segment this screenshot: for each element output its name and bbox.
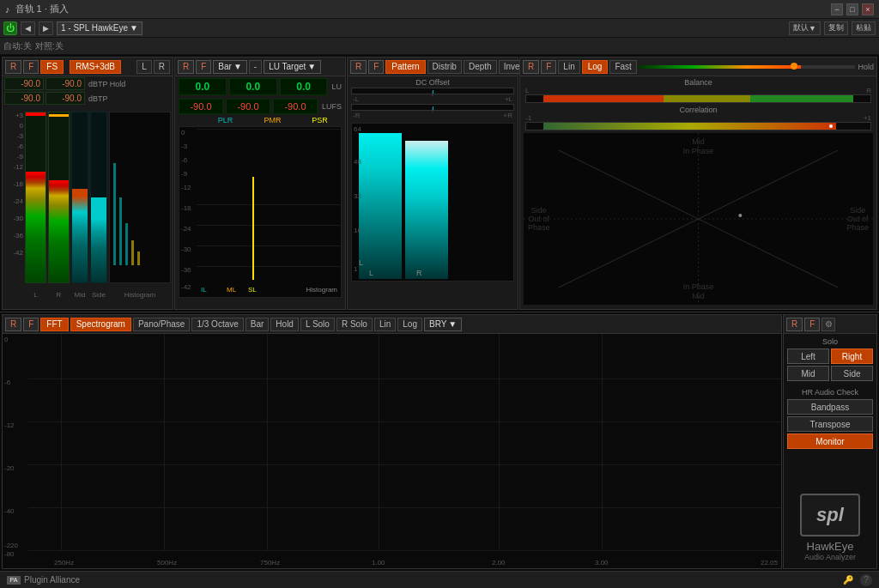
spectrogram-button[interactable]: Spectrogram [70, 318, 131, 331]
histogram-label2: Histogram [306, 286, 337, 294]
label-r: R [48, 291, 70, 299]
transpose-button[interactable]: Transpose [787, 416, 873, 432]
log-fft-button[interactable]: Log [397, 318, 422, 331]
maximize-button[interactable]: □ [846, 3, 858, 15]
lin-button[interactable]: Lin [558, 60, 579, 74]
fft-y-40: -40 [4, 507, 15, 515]
loudness-r-button[interactable]: R [178, 60, 194, 74]
hold-slider-container: Hold [639, 63, 874, 71]
solo-grid: Left Right Mid Side [787, 349, 873, 381]
label-mid: Mid [71, 291, 88, 299]
fft-f-button[interactable]: F [23, 318, 39, 331]
depth-button[interactable]: Depth [464, 60, 497, 74]
loudness-minus-button[interactable]: - [249, 60, 262, 74]
pattern-button[interactable]: Pattern [385, 60, 425, 74]
spec-bar-r [405, 141, 448, 279]
spectrum-bars: 64 48 32 16 1 L L R [351, 123, 514, 282]
hold-slider[interactable] [639, 65, 856, 69]
panel-loudness: R F Bar▼ - LU Target▼ 0.0 0.0 0.0 LU -90… [174, 57, 346, 310]
plr-label: PLR [203, 116, 247, 124]
fft-x-1: 1.00 [372, 559, 385, 567]
level-f-button[interactable]: F [23, 60, 39, 74]
level-r1-value: -90.0 [45, 77, 85, 90]
level-rms-button[interactable]: RMS+3dB [70, 60, 121, 74]
lsolo-button[interactable]: L Solo [300, 318, 335, 331]
bry-dropdown[interactable]: BRY ▼ [424, 318, 462, 331]
paste-button[interactable]: 粘贴 [852, 21, 876, 35]
fft-y-6: -6 [4, 379, 10, 386]
octave-button[interactable]: 1/3 Octave [191, 318, 243, 331]
fft-curve [28, 334, 286, 463]
pano-button[interactable]: Pano/Phase [133, 318, 191, 331]
dc-bar-r [351, 104, 514, 111]
label-histogram: Histogram [109, 291, 171, 299]
level-fs-button[interactable]: FS [40, 60, 64, 74]
loudness-mode-dropdown[interactable]: Bar▼ [213, 60, 246, 74]
meter-bars-container: +3 0 -3 -6 -9 -12 -18 -24 -30 -36 -42 [3, 106, 173, 290]
corr-panel-header: R F Lin Log Fast Hold [520, 58, 876, 76]
right-r-button[interactable]: R [786, 318, 803, 331]
fft-y-12: -12 [4, 421, 15, 429]
log-button[interactable]: Log [582, 60, 609, 74]
level-panel-header: R F FS RMS+3dB L R [3, 58, 173, 76]
loudness-f-button[interactable]: F [196, 60, 211, 74]
distrib-button[interactable]: Distrib [427, 60, 462, 74]
gear-icon[interactable]: ⚙ [821, 318, 835, 331]
hold-button[interactable]: Hold [270, 318, 299, 331]
bar-button[interactable]: Bar [246, 318, 270, 331]
hawkeye-title: HawkEye [807, 540, 854, 553]
level-l-button[interactable]: L [136, 60, 152, 74]
prev-button[interactable]: ◀ [21, 21, 35, 35]
lin-fft-button[interactable]: Lin [374, 318, 396, 331]
fft-x-22: 22.05 [761, 559, 778, 567]
power-button[interactable]: ⏻ [3, 21, 17, 35]
lock-icon[interactable]: 🔑 [843, 575, 853, 585]
fft-r-button[interactable]: R [5, 318, 21, 331]
panels-bottom: R F FFT Spectrogram Pano/Phase 1/3 Octav… [0, 312, 879, 571]
next-button[interactable]: ▶ [39, 21, 53, 35]
solo-side-button[interactable]: Side [831, 366, 873, 381]
copy-button[interactable]: 复制 [824, 21, 848, 35]
meter-fill-r [49, 180, 69, 282]
minimize-button[interactable]: − [831, 3, 843, 15]
corr-f-button[interactable]: F [541, 60, 556, 74]
lufs-val2: -90.0 [226, 99, 270, 114]
level-r2-button[interactable]: R [154, 60, 170, 74]
rsolo-button[interactable]: R Solo [336, 318, 373, 331]
dc-offset-label: DC Offset [351, 78, 514, 87]
title-icon: ♪ [5, 4, 10, 15]
spl-logo-box: spl [800, 494, 860, 536]
level-r-button[interactable]: R [5, 60, 21, 74]
solo-mid-button[interactable]: Mid [787, 366, 829, 381]
hr-title: HR Audio Check [787, 388, 873, 397]
bandpass-button[interactable]: Bandpass [787, 399, 873, 415]
spectrum-f-button[interactable]: F [368, 60, 384, 74]
preset-dropdown[interactable]: 默认 ▼ [789, 21, 821, 35]
plugin-dropdown[interactable]: 1 - SPL HawkEye ▼ [57, 21, 142, 35]
close-button[interactable]: × [862, 3, 874, 15]
lu-unit: LU [330, 82, 342, 91]
r-label: R [866, 87, 871, 94]
corr-r-button[interactable]: R [523, 60, 539, 74]
solo-right-button[interactable]: Right [831, 349, 873, 364]
help-icon[interactable]: ? [860, 574, 872, 586]
window-title: 音轨 1 · 插入 [15, 3, 69, 15]
host-bar2: 自动:关 对照:关 [0, 38, 879, 55]
lufs-val1: -90.0 [179, 99, 223, 114]
lufs-display: -90.0 -90.0 -90.0 LUFS [175, 97, 345, 116]
fft-button[interactable]: FFT [40, 318, 68, 331]
right-f-button[interactable]: F [804, 318, 820, 331]
fast-button[interactable]: Fast [609, 60, 636, 74]
spl-logo-area: spl HawkEye Audio Analyzer [784, 454, 876, 568]
spectrum-r-button[interactable]: R [350, 60, 367, 74]
monitor-button[interactable]: Monitor [787, 433, 873, 449]
fft-y-0: 0 [4, 336, 8, 343]
loudness-panel-header: R F Bar▼ - LU Target▼ [175, 58, 345, 76]
lissajous-svg [524, 133, 873, 305]
solo-left-button[interactable]: Left [787, 349, 829, 364]
correlation-bar [525, 122, 871, 130]
fft-x-500hz: 500Hz [157, 559, 177, 567]
lu-target-dropdown[interactable]: LU Target▼ [264, 60, 321, 74]
correlation-label: Correlation [525, 106, 871, 114]
level-values-row1: -90.0 -90.0 dBTP Hold [3, 76, 173, 91]
